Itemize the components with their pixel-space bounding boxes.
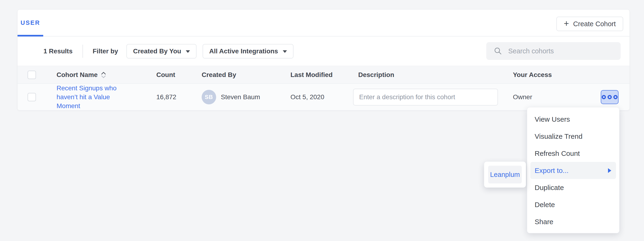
ellipsis-icon bbox=[614, 95, 618, 99]
create-cohort-button[interactable]: + Create Cohort bbox=[556, 17, 623, 31]
more-actions-button[interactable] bbox=[601, 90, 618, 104]
created-by-filter-dropdown[interactable]: Created By You bbox=[126, 44, 196, 59]
export-to-label: Export to... bbox=[535, 167, 568, 174]
tab-user[interactable]: USER bbox=[18, 10, 43, 36]
ellipsis-icon bbox=[608, 95, 612, 99]
description-input[interactable] bbox=[353, 89, 498, 106]
access-level: Owner bbox=[513, 93, 583, 101]
row-actions-menu: View Users Visualize Trend Refresh Count… bbox=[527, 107, 620, 233]
created-by-name: Steven Baum bbox=[221, 93, 260, 101]
results-count: 1 Results bbox=[44, 48, 73, 55]
cohort-name-link[interactable]: Recent Signups who haven’t hit a Value M… bbox=[56, 84, 122, 110]
avatar: SB bbox=[202, 90, 216, 104]
menu-item-visualize-trend[interactable]: Visualize Trend bbox=[527, 128, 619, 145]
menu-item-refresh-count[interactable]: Refresh Count bbox=[527, 145, 619, 162]
search-box bbox=[486, 42, 621, 60]
table-header: Cohort Name Count Created By Last Modifi… bbox=[18, 66, 630, 84]
chevron-down-icon bbox=[186, 50, 190, 53]
row-checkbox[interactable] bbox=[28, 93, 36, 101]
column-header-last-modified: Last Modified bbox=[290, 71, 353, 79]
last-modified-date: Oct 5, 2020 bbox=[290, 93, 353, 101]
search-input[interactable] bbox=[502, 42, 621, 60]
column-header-cohort-name[interactable]: Cohort Name bbox=[56, 71, 156, 79]
toolbar: 1 Results Filter by Created By You All A… bbox=[18, 37, 630, 66]
menu-item-export-to[interactable]: Export to... bbox=[530, 162, 616, 179]
ellipsis-icon bbox=[602, 95, 606, 99]
column-header-description: Description bbox=[353, 71, 513, 79]
toolbar-divider bbox=[82, 45, 83, 58]
menu-item-delete[interactable]: Delete bbox=[527, 196, 619, 213]
table-row: Recent Signups who haven’t hit a Value M… bbox=[18, 84, 630, 110]
create-cohort-label: Create Cohort bbox=[573, 20, 616, 28]
chevron-down-icon bbox=[283, 50, 287, 53]
cohorts-panel: USER + Create Cohort 1 Results Filter by… bbox=[17, 9, 630, 110]
created-by-cell: SB Steven Baum bbox=[202, 90, 290, 104]
integrations-filter-label: All Active Integrations bbox=[209, 48, 278, 55]
tab-user-label: USER bbox=[20, 19, 40, 27]
menu-item-share[interactable]: Share bbox=[527, 213, 619, 230]
sort-icon bbox=[100, 71, 106, 79]
tab-bar: USER + Create Cohort bbox=[18, 10, 630, 37]
menu-item-duplicate[interactable]: Duplicate bbox=[527, 179, 619, 196]
filter-by-label: Filter by bbox=[93, 48, 118, 55]
cohorts-page: USER + Create Cohort 1 Results Filter by… bbox=[0, 0, 644, 241]
cohort-count: 16,872 bbox=[156, 93, 202, 101]
created-by-filter-label: Created By You bbox=[133, 48, 181, 55]
submenu-item-leanplum[interactable]: Leanplum bbox=[488, 166, 522, 183]
column-header-count: Count bbox=[156, 71, 202, 79]
submenu-arrow-icon bbox=[608, 168, 611, 173]
export-submenu: Leanplum bbox=[484, 161, 526, 188]
column-header-your-access: Your Access bbox=[513, 71, 583, 79]
select-all-checkbox[interactable] bbox=[28, 71, 36, 79]
integrations-filter-dropdown[interactable]: All Active Integrations bbox=[202, 44, 294, 59]
active-tab-underline bbox=[18, 35, 43, 37]
column-header-created-by: Created By bbox=[202, 71, 290, 79]
menu-item-view-users[interactable]: View Users bbox=[527, 111, 619, 128]
search-icon bbox=[494, 47, 502, 55]
plus-icon: + bbox=[564, 19, 569, 28]
